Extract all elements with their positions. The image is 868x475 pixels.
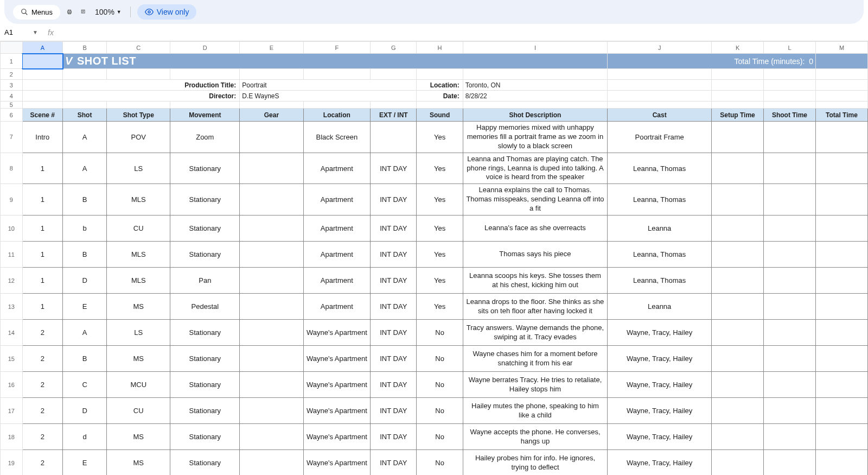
cell-M3[interactable] [815,80,867,91]
cell-G14[interactable]: INT DAY [371,320,417,346]
cell-E16[interactable] [240,372,303,398]
cell-E17[interactable] [240,398,303,424]
cell-J4[interactable] [608,91,712,102]
cell-L18[interactable] [764,424,816,450]
cell-B5[interactable] [63,102,107,109]
cell-C19[interactable]: MS [107,450,170,475]
cell-K13[interactable] [712,294,764,320]
cell-B19[interactable]: E [63,450,107,475]
cell-D9[interactable]: Stationary [170,184,240,216]
cell-F16[interactable]: Wayne's Apartment [303,372,371,398]
cell-D12[interactable]: Pan [170,268,240,294]
row-header-18[interactable]: 18 [1,424,23,450]
col-header-J[interactable]: J [608,42,712,54]
cell-A13[interactable]: 1 [22,294,63,320]
cell-D13[interactable]: Pedestal [170,294,240,320]
cell-M5[interactable] [815,102,867,109]
cell-G19[interactable]: INT DAY [371,450,417,475]
cell-B2[interactable] [63,69,107,80]
cell-H17[interactable]: No [417,398,463,424]
row-header-14[interactable]: 14 [1,320,23,346]
cell-J10[interactable]: Leanna [608,216,712,242]
cell-H12[interactable]: Yes [417,268,463,294]
cell-D14[interactable]: Stationary [170,320,240,346]
cell-C18[interactable]: MS [107,424,170,450]
cell-I2[interactable] [463,69,608,80]
row-header-10[interactable]: 10 [1,216,23,242]
cell-K16[interactable] [712,372,764,398]
cell-I17[interactable]: Hailey mutes the phone, speaking to him … [463,398,608,424]
cell-L3[interactable] [764,80,816,91]
row-header-7[interactable]: 7 [1,122,23,153]
col-header-C[interactable]: C [107,42,170,54]
header-D[interactable]: Movement [170,109,240,122]
cell-I5[interactable] [463,102,608,109]
cell-M11[interactable] [815,242,867,268]
cell-G8[interactable]: INT DAY [371,153,417,184]
cell-J7[interactable]: Poortrait Frame [608,122,712,153]
cell-M19[interactable] [815,450,867,475]
cell-L9[interactable] [764,184,816,216]
cell-F18[interactable]: Wayne's Apartment [303,424,371,450]
cell-B15[interactable]: B [63,346,107,372]
cell-C2[interactable] [107,69,170,80]
row-header-13[interactable]: 13 [1,294,23,320]
col-header-B[interactable]: B [63,42,107,54]
cell-K8[interactable] [712,153,764,184]
cell-B16[interactable]: C [63,372,107,398]
cell-G7[interactable] [371,122,417,153]
cell-D15[interactable]: Stationary [170,346,240,372]
director-value[interactable]: D.E WayneS [240,91,417,102]
cell-H18[interactable]: No [417,424,463,450]
cell-A11[interactable]: 1 [22,242,63,268]
row-header-3[interactable]: 3 [1,80,23,91]
header-J[interactable]: Cast [608,109,712,122]
cell-M4[interactable] [815,91,867,102]
cell-J3[interactable] [608,80,712,91]
name-box[interactable] [0,26,27,39]
row-header-2[interactable]: 2 [1,69,23,80]
cell-G16[interactable]: INT DAY [371,372,417,398]
production-label[interactable]: Production Title: [63,80,240,91]
cell-C7[interactable]: POV [107,122,170,153]
cell-B18[interactable]: d [63,424,107,450]
cell-F19[interactable]: Wayne's Apartment [303,450,371,475]
cell-D5[interactable] [170,102,240,109]
cell-G5[interactable] [371,102,417,109]
cell-B14[interactable]: A [63,320,107,346]
header-L[interactable]: Shoot Time [764,109,816,122]
cell-A15[interactable]: 2 [22,346,63,372]
cell-I13[interactable]: Leanna drops to the floor. She thinks as… [463,294,608,320]
cell-M18[interactable] [815,424,867,450]
cell-M10[interactable] [815,216,867,242]
cell-L17[interactable] [764,398,816,424]
cell-A8[interactable]: 1 [22,153,63,184]
spreadsheet-grid[interactable]: A B C D E F G H I J K L M 1VSHOT LISTTot… [0,41,868,475]
cell-H13[interactable]: Yes [417,294,463,320]
cell-J8[interactable]: Leanna, Thomas [608,153,712,184]
cell-K3[interactable] [712,80,764,91]
row-header-17[interactable]: 17 [1,398,23,424]
cell-F15[interactable]: Wayne's Apartment [303,346,371,372]
cell-D16[interactable]: Stationary [170,372,240,398]
cell-I16[interactable]: Wayne berrates Tracy. He tries to retali… [463,372,608,398]
cell-L13[interactable] [764,294,816,320]
cell-L7[interactable] [764,122,816,153]
cell-C14[interactable]: LS [107,320,170,346]
cell-G9[interactable]: INT DAY [371,184,417,216]
cell-M7[interactable] [815,122,867,153]
cell-A1[interactable] [22,54,63,69]
zoom-dropdown[interactable]: 100% ▼ [93,8,124,16]
cell-B10[interactable]: b [63,216,107,242]
cell-I7[interactable]: Happy memories mixed with unhappy memori… [463,122,608,153]
cell-J5[interactable] [608,102,712,109]
col-header-K[interactable]: K [712,42,764,54]
cell-K5[interactable] [712,102,764,109]
cell-E12[interactable] [240,268,303,294]
cell-H2[interactable] [417,69,463,80]
col-header-D[interactable]: D [170,42,240,54]
cell-J9[interactable]: Leanna, Thomas [608,184,712,216]
cell-H14[interactable]: No [417,320,463,346]
header-H[interactable]: Sound [417,109,463,122]
col-header-H[interactable]: H [417,42,463,54]
